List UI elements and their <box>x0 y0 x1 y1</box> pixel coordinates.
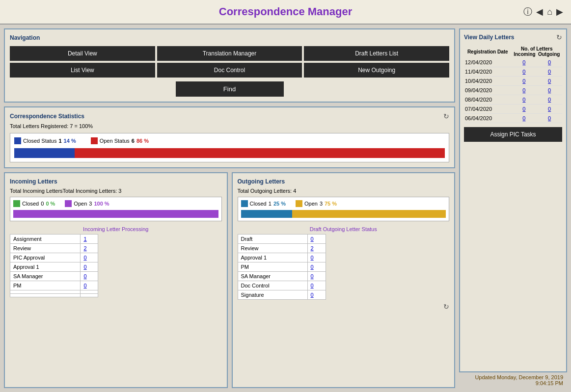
open-color-swatch <box>91 137 98 144</box>
statistics-header: Correspondence Statistics ↻ <box>10 112 449 120</box>
navigation-box: Navigation Detail View Translation Manag… <box>4 28 455 103</box>
daily-letters-refresh-icon[interactable]: ↻ <box>556 33 562 41</box>
statistics-legend: Closed Status 1 14 % Open Status 6 86 % <box>14 137 445 144</box>
table-row: 12/04/202000 <box>464 58 562 67</box>
incoming-cell[interactable]: 0 <box>512 58 537 67</box>
table-row: 10/04/202000 <box>464 77 562 86</box>
row-label: PM <box>238 262 307 272</box>
incoming-cell[interactable]: 0 <box>512 86 537 95</box>
row-label: Doc Control <box>238 281 307 290</box>
row-value[interactable]: 0 <box>307 235 326 244</box>
updated-timestamp: Updated Monday, December 9, 2019 9:04:15… <box>459 372 567 388</box>
find-button[interactable]: Find <box>176 81 284 97</box>
daily-letters-table: Registration Date No. of Letters Incomin… <box>464 45 562 123</box>
outgoing-bar <box>241 210 446 218</box>
outgoing-cell[interactable]: 0 <box>537 114 562 123</box>
outgoing-cell[interactable]: 0 <box>537 77 562 86</box>
row-label: SA Manager <box>238 272 307 281</box>
row-value[interactable]: 0 <box>81 281 98 290</box>
daily-letters-header: View Daily Letters ↻ <box>464 33 562 41</box>
navigation-title: Navigation <box>10 34 449 41</box>
help-icon[interactable]: ⓘ <box>523 6 532 18</box>
detail-view-button[interactable]: Detail View <box>10 46 155 61</box>
outgoing-cell[interactable]: 0 <box>537 95 562 105</box>
table-row: PM0 <box>10 281 98 290</box>
forward-icon[interactable]: ▶ <box>556 6 563 17</box>
date-cell: 09/04/2020 <box>464 86 512 95</box>
row-value[interactable]: 2 <box>81 244 98 253</box>
incoming-processing-title: Incoming Letter Processing <box>10 226 222 232</box>
row-value[interactable]: 0 <box>307 272 326 281</box>
outgoing-cell[interactable]: 0 <box>537 58 562 67</box>
incoming-cell[interactable]: 0 <box>512 77 537 86</box>
outgoing-bar-container: Closed 1 25 % Open 3 75 % <box>238 197 450 221</box>
incoming-bar-container: Closed 0 0 % Open 3 100 % <box>10 197 222 221</box>
outgoing-total: Total Outgoing Letters: 4 <box>238 188 450 194</box>
back-icon[interactable]: ◀ <box>536 6 543 17</box>
outgoing-closed-legend: Closed 1 25 % <box>241 200 286 207</box>
outgoing-refresh-icon[interactable]: ↻ <box>443 303 449 311</box>
table-row: PIC Approval0 <box>10 253 98 262</box>
closed-legend: Closed Status 1 14 % <box>14 137 76 144</box>
row-value[interactable] <box>81 294 98 297</box>
table-row: 06/04/202000 <box>464 114 562 123</box>
table-row: PM0 <box>238 262 326 272</box>
main-layout: Navigation Detail View Translation Manag… <box>0 25 571 392</box>
outgoing-cell[interactable]: 0 <box>537 105 562 114</box>
row-value[interactable]: 0 <box>307 253 326 262</box>
list-view-button[interactable]: List View <box>10 63 155 78</box>
row-value[interactable] <box>81 290 98 294</box>
row-value[interactable]: 2 <box>307 244 326 253</box>
outgoing-processing-table: Draft0Review2Approval 10PM0SA Manager0Do… <box>238 234 326 300</box>
closed-color-swatch <box>14 137 21 144</box>
incoming-open-swatch <box>65 200 72 207</box>
right-panel: View Daily Letters ↻ Registration Date N… <box>459 28 567 388</box>
header: Correspondence Manager ⓘ ◀ ⌂ ▶ <box>0 0 571 25</box>
daily-letters-title: View Daily Letters <box>464 34 515 41</box>
table-row <box>10 290 98 294</box>
no-letters-col-header: No. of Letters Incoming Outgoing <box>512 45 562 58</box>
statistics-refresh-icon[interactable]: ↻ <box>443 112 449 120</box>
row-label: Assignment <box>10 235 81 244</box>
incoming-cell[interactable]: 0 <box>512 114 537 123</box>
bottom-panels: Incoming Letters Total Incoming LettersT… <box>4 172 455 388</box>
incoming-total: Total Incoming LettersTotal Incoming Let… <box>10 188 222 194</box>
row-value[interactable]: 0 <box>307 262 326 272</box>
date-cell: 11/04/2020 <box>464 67 512 77</box>
draft-outgoing-title: Draft Outgoing Letter Status <box>238 226 450 232</box>
outgoing-closed-swatch <box>241 200 248 207</box>
table-row: 08/04/202000 <box>464 95 562 105</box>
row-label: PM <box>10 281 81 290</box>
table-row: Signature0 <box>238 290 326 300</box>
left-panel: Navigation Detail View Translation Manag… <box>4 28 455 388</box>
statistics-title: Correspondence Statistics <box>10 113 84 120</box>
new-outgoing-button[interactable]: New Outgoing <box>304 63 449 78</box>
incoming-cell[interactable]: 0 <box>512 95 537 105</box>
row-value[interactable]: 0 <box>307 281 326 290</box>
statistics-bar-container: Closed Status 1 14 % Open Status 6 86 % <box>10 133 449 162</box>
translation-manager-button[interactable]: Translation Manager <box>157 46 302 61</box>
row-value[interactable]: 0 <box>81 272 98 281</box>
doc-control-button[interactable]: Doc Control <box>157 63 302 78</box>
daily-letters-box: View Daily Letters ↻ Registration Date N… <box>459 28 567 372</box>
table-row: 07/04/202000 <box>464 105 562 114</box>
draft-letters-list-button[interactable]: Draft Letters List <box>304 46 449 61</box>
table-row: Assignment1 <box>10 235 98 244</box>
outgoing-cell[interactable]: 0 <box>537 86 562 95</box>
row-value[interactable]: 0 <box>81 262 98 272</box>
date-cell: 07/04/2020 <box>464 105 512 114</box>
home-icon[interactable]: ⌂ <box>547 7 552 17</box>
table-row: 11/04/202000 <box>464 67 562 77</box>
table-row: Review2 <box>238 244 326 253</box>
outgoing-cell[interactable]: 0 <box>537 67 562 77</box>
statistics-box: Correspondence Statistics ↻ Total Letter… <box>4 106 455 168</box>
row-label: SA Manager <box>10 272 81 281</box>
row-label <box>10 294 81 297</box>
incoming-cell[interactable]: 0 <box>512 67 537 77</box>
incoming-cell[interactable]: 0 <box>512 105 537 114</box>
row-value[interactable]: 0 <box>81 253 98 262</box>
row-value[interactable]: 1 <box>81 235 98 244</box>
assign-pic-tasks-button[interactable]: Assign PIC Tasks <box>464 127 562 142</box>
row-value[interactable]: 0 <box>307 290 326 300</box>
open-legend: Open Status 6 86 % <box>91 137 149 144</box>
